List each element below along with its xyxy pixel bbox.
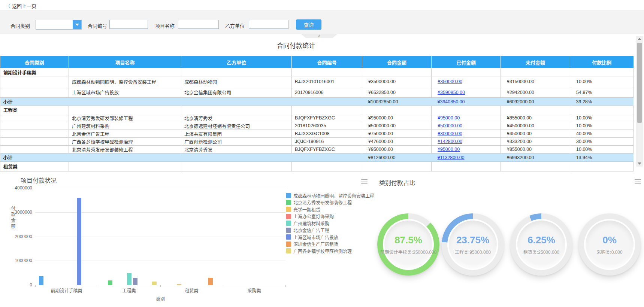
table-row: 上海区域市场广告投放北京金信集团有限公司20170916006¥6532850.… — [0, 87, 634, 98]
donut-chart: 23.75%工程类:95000.000 — [442, 213, 504, 276]
dropdown-button[interactable] — [73, 20, 81, 29]
legend-label: 光学一期租赁 — [293, 206, 320, 213]
cell-project — [69, 69, 181, 76]
project-name-input[interactable] — [178, 20, 219, 29]
donut-percent-value: 23.75% — [456, 234, 489, 246]
cell-category: 租赁类 — [0, 162, 69, 171]
back-link[interactable]: 〈 返回上一页 — [6, 2, 36, 9]
cell-contract-no: BJQFXFYFBZXGC — [292, 114, 362, 122]
column-header: 付款比例 — [570, 56, 634, 69]
y-tick-label: 3000000 — [0, 210, 32, 215]
cell-paid: ¥95000.00 — [432, 146, 501, 154]
cell-amount — [362, 162, 432, 171]
cell-paid — [432, 162, 501, 171]
donut-percent-value: 6.25% — [527, 234, 555, 246]
cell-unpaid: ¥6092000.00 — [501, 98, 570, 106]
x-tick-mark — [160, 285, 161, 287]
bar-chart-title: 项目付款状况 — [21, 176, 57, 185]
legend-label: 广州建筑材料采购 — [293, 220, 329, 227]
search-button[interactable]: 查询 — [296, 19, 321, 30]
paid-amount-link[interactable]: ¥350000.00 — [438, 79, 462, 84]
paid-amount-link[interactable]: ¥95000.00 — [438, 115, 460, 121]
cell-paid: ¥350000.00 — [432, 76, 501, 87]
collapse-search-tab[interactable]: ∧ — [301, 34, 338, 38]
donut-chart: 0%采购类:0.000 — [578, 213, 641, 276]
cell-paid — [432, 106, 501, 114]
legend-label: 北京金信广告工程 — [293, 227, 329, 233]
cell-ratio: 10.00% — [570, 76, 634, 87]
paid-amount-link[interactable]: ¥1132800.00 — [438, 155, 465, 160]
cell-project: 北京金信广告工程 — [69, 130, 181, 138]
cell-category — [0, 122, 69, 130]
x-tick-label: 租赁类 — [160, 287, 223, 294]
donut-center: 23.75%工程类:95000.000 — [449, 221, 497, 268]
cell-amount: ¥476000.00 — [362, 138, 432, 146]
donut-category-label: 前期设计手续类:350000.000 — [380, 249, 437, 255]
cell-unpaid — [501, 69, 570, 76]
column-header: 已付金额 — [432, 56, 501, 69]
party-b-input[interactable] — [249, 20, 288, 29]
cell-project — [69, 98, 181, 106]
donut-chart: 87.5%前期设计手续类:350000.000 — [377, 213, 439, 276]
cell-party-b: 北京清芳秀发 — [181, 114, 292, 122]
x-tick-label: 工程类 — [98, 287, 160, 294]
paid-amount-link[interactable]: ¥3940850.00 — [438, 99, 465, 104]
cell-ratio: 10.00% — [570, 146, 634, 154]
contract-no-input[interactable] — [109, 20, 148, 29]
project-name-label: 项目名称 — [155, 22, 175, 29]
cell-amount: ¥5000000.00 — [362, 122, 432, 130]
bar — [152, 282, 157, 285]
cell-contract-no — [292, 106, 362, 114]
legend-swatch-icon — [286, 207, 291, 212]
cell-project: 广州建筑材料采购 — [69, 122, 181, 130]
cell-contract-no: 201810260035 — [292, 122, 362, 130]
table-row: 前期设计手续类 — [0, 69, 634, 76]
cell-party-b: 北京德远建材经销有限责任公司 — [181, 122, 292, 130]
paid-amount-link[interactable]: ¥95000.00 — [438, 147, 460, 152]
donut-category-label: 租赁类:25000.000 — [523, 249, 559, 255]
paid-amount-link[interactable]: ¥3590850.00 — [438, 90, 465, 95]
donut-panel-title: 类别付款占比 — [379, 178, 415, 187]
cell-paid: ¥3590850.00 — [432, 87, 501, 98]
y-tick-label: 4000000 — [0, 185, 32, 191]
cell-contract-no: BJQFXFYFBZXGC — [292, 146, 362, 154]
paid-amount-link[interactable]: ¥142800.00 — [438, 139, 462, 144]
legend-label: 上海区域市场广告投放 — [293, 234, 338, 240]
cell-unpaid: ¥333200.00 — [501, 138, 570, 146]
cell-unpaid: ¥4500000.00 — [501, 122, 570, 130]
cell-amount: ¥950000.00 — [362, 146, 432, 154]
paid-amount-link[interactable]: ¥300000.00 — [438, 131, 462, 136]
table-body: 前期设计手续类成都森林动物园照明、监控设备安装工程成都森林动物园BJJX2010… — [0, 69, 634, 171]
cell-unpaid: ¥855000.00 — [501, 146, 570, 154]
cell-party-b: 上海共友有限集团 — [181, 130, 292, 138]
legend-swatch-icon — [286, 248, 291, 253]
cell-category — [0, 76, 69, 87]
donut-percent-value: 87.5% — [394, 234, 422, 246]
column-header: 项目名称 — [69, 56, 181, 69]
cell-paid: ¥300000.00 — [432, 130, 501, 138]
donut-category-label: 工程类:95000.000 — [455, 249, 491, 255]
gridline — [35, 237, 285, 237]
legend-swatch-icon — [286, 214, 291, 219]
cell-paid — [432, 69, 501, 76]
cell-contract-no — [292, 69, 362, 76]
cell-category — [0, 114, 69, 122]
contract-no-label: 合同编号 — [88, 22, 107, 29]
column-header: 合同编号 — [292, 56, 362, 69]
x-tick-mark — [98, 285, 98, 287]
scrollbar-thumb[interactable] — [637, 43, 642, 123]
paid-amount-link[interactable]: ¥500000.00 — [438, 123, 462, 128]
vertical-scrollbar[interactable] — [636, 36, 643, 167]
legend-swatch-icon — [286, 221, 291, 226]
cell-amount: ¥6532850.00 — [362, 87, 432, 98]
cell-party-b: 北京清芳秀发 — [181, 146, 292, 154]
contract-category-select[interactable] — [36, 20, 82, 30]
contract-category-label: 合同类别 — [10, 22, 30, 29]
legend-swatch-icon — [286, 193, 291, 198]
cell-ratio: 13.94% — [570, 154, 634, 162]
cell-amount: ¥10032850.00 — [362, 98, 432, 106]
scroll-up-icon[interactable] — [636, 36, 643, 42]
bar — [208, 278, 213, 285]
scroll-down-icon[interactable] — [636, 161, 643, 167]
cell-paid: ¥500000.00 — [432, 122, 501, 130]
